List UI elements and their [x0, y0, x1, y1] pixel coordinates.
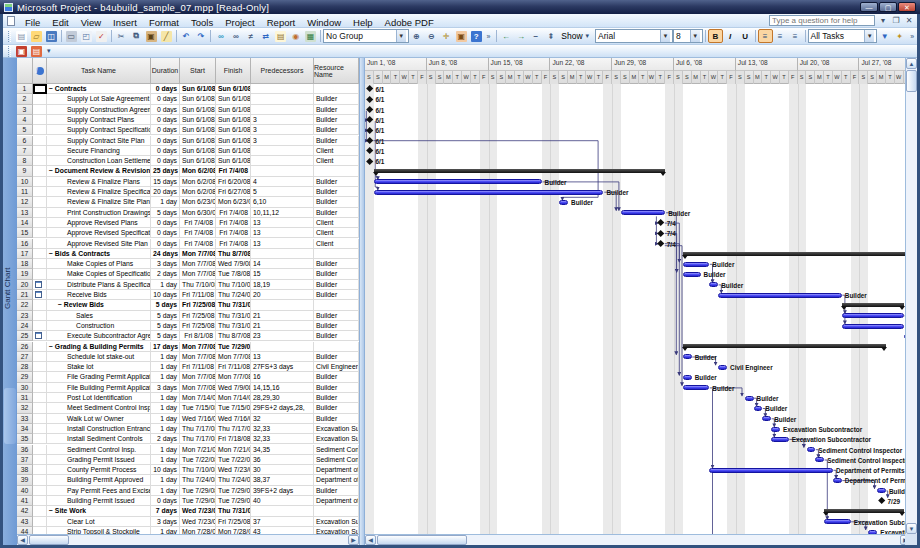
- cell-res[interactable]: Excavation Subcontractor: [314, 527, 359, 534]
- cell-start[interactable]: Mon 7/21/08: [180, 445, 216, 455]
- cell-name[interactable]: Print Construction Drawings: [47, 208, 151, 218]
- cell-info[interactable]: [33, 445, 47, 455]
- cell-start[interactable]: Tue 7/22/08: [180, 455, 216, 465]
- cell-num[interactable]: 30: [17, 383, 33, 393]
- timescale-day[interactable]: S: [612, 71, 621, 84]
- menu-help[interactable]: Help: [347, 16, 379, 29]
- cell-res[interactable]: Builder: [314, 331, 359, 341]
- toolbar-overflow-icon[interactable]: »: [484, 33, 494, 40]
- timescale-day[interactable]: S: [807, 71, 816, 84]
- cell-start[interactable]: Fri 7/4/08: [180, 218, 216, 228]
- cell-start[interactable]: Mon 7/7/08: [180, 342, 216, 352]
- table-scroll-thumb[interactable]: [29, 535, 69, 545]
- view-bar[interactable]: Gantt Chart: [3, 58, 17, 545]
- cell-start[interactable]: Mon 7/14/08: [180, 393, 216, 403]
- new-icon[interactable]: ▤: [14, 29, 29, 43]
- cell-res[interactable]: Sediment Control Inspector: [314, 445, 359, 455]
- copy-picture-icon[interactable]: ▣: [454, 29, 469, 43]
- cell-info[interactable]: [33, 393, 47, 403]
- table-scroll-left-icon[interactable]: ◀: [17, 535, 28, 545]
- cell-name[interactable]: Building Permit Approved: [47, 475, 151, 485]
- format-painter-icon[interactable]: ╱: [159, 29, 174, 43]
- toolbar-overflow-icon[interactable]: ▾: [44, 47, 54, 55]
- table-scroll-right-icon[interactable]: ▶: [348, 535, 359, 545]
- cell-res[interactable]: [314, 166, 359, 176]
- timescale-day[interactable]: S: [621, 71, 630, 84]
- cell-num[interactable]: 27: [17, 352, 33, 362]
- cell-num[interactable]: 18: [17, 259, 33, 269]
- save-icon[interactable]: ◫: [44, 29, 59, 43]
- cell-name[interactable]: Sediment Control Insp.: [47, 445, 151, 455]
- cell-dur[interactable]: 1 day: [151, 372, 180, 382]
- cell-num[interactable]: 38: [17, 465, 33, 475]
- cell-dur[interactable]: 7 days: [151, 506, 180, 516]
- cell-name[interactable]: Clear Lot: [47, 517, 151, 527]
- cell-info[interactable]: [33, 331, 47, 341]
- cell-num[interactable]: 16: [17, 239, 33, 249]
- cell-pred[interactable]: [251, 166, 314, 176]
- cell-name[interactable]: Review & Finalize Specifications: [47, 187, 151, 197]
- cell-finish[interactable]: Fri 7/4/08: [216, 208, 251, 218]
- cell-res[interactable]: Builder: [314, 94, 359, 104]
- cell-name[interactable]: File Building Permit Application: [47, 383, 151, 393]
- timescale-day[interactable]: S: [798, 71, 807, 84]
- cell-res[interactable]: Civil Engineer: [314, 362, 359, 372]
- cell-finish[interactable]: Mon 7/21/08: [216, 445, 251, 455]
- cell-dur[interactable]: 20 days: [151, 187, 180, 197]
- column-header-num[interactable]: [17, 58, 33, 84]
- timescale-day[interactable]: T: [409, 71, 418, 84]
- cell-info[interactable]: [33, 125, 47, 135]
- cell-finish[interactable]: Thu 7/10/08: [216, 280, 251, 290]
- timescale-day[interactable]: W: [462, 71, 471, 84]
- autofilter-icon[interactable]: ▼: [877, 29, 892, 43]
- cell-num[interactable]: 8: [17, 156, 33, 166]
- cell-res[interactable]: Builder: [314, 352, 359, 362]
- task-bar[interactable]: [683, 262, 709, 267]
- cell-pred[interactable]: [251, 249, 314, 259]
- timescale-day[interactable]: S: [374, 71, 383, 84]
- timescale-day[interactable]: S: [436, 71, 445, 84]
- cell-name[interactable]: Construction: [47, 321, 151, 331]
- menu-window[interactable]: Window: [301, 16, 347, 29]
- cell-name[interactable]: Supply Lot Sale Agreement: [47, 94, 151, 104]
- cell-name[interactable]: Supply Contract Plans: [47, 115, 151, 125]
- task-bar[interactable]: [824, 519, 850, 524]
- cell-res[interactable]: Builder: [314, 259, 359, 269]
- cell-pred[interactable]: 32,33: [251, 424, 314, 434]
- menu-insert[interactable]: Insert: [107, 16, 143, 29]
- cell-res[interactable]: Builder: [314, 321, 359, 331]
- cell-num[interactable]: 22: [17, 300, 33, 310]
- cell-finish[interactable]: Fri 6/27/08: [216, 187, 251, 197]
- timescale-day[interactable]: M: [506, 71, 515, 84]
- task-bar[interactable]: [842, 313, 904, 318]
- menu-format[interactable]: Format: [143, 16, 185, 29]
- summary-bar[interactable]: [374, 169, 665, 173]
- cell-dur[interactable]: 1 day: [151, 475, 180, 485]
- cell-pred[interactable]: [251, 342, 314, 352]
- cell-start[interactable]: Mon 7/7/08: [180, 383, 216, 393]
- cell-dur[interactable]: 10 days: [151, 465, 180, 475]
- timescale-day[interactable]: W: [586, 71, 595, 84]
- cell-finish[interactable]: Thu 8/7/08: [216, 331, 251, 341]
- cell-pred[interactable]: 23: [251, 331, 314, 341]
- timescale-day[interactable]: F: [789, 71, 798, 84]
- cell-dur[interactable]: 0 days: [151, 125, 180, 135]
- cell-finish[interactable]: Fri 7/25/08: [216, 517, 251, 527]
- cell-dur[interactable]: 5 days: [151, 208, 180, 218]
- cell-num[interactable]: 10: [17, 177, 33, 187]
- cell-pred[interactable]: [251, 105, 314, 115]
- cell-num[interactable]: 28: [17, 362, 33, 372]
- timescale-day[interactable]: T: [533, 71, 542, 84]
- timescale-day[interactable]: F: [665, 71, 674, 84]
- cell-num[interactable]: 3: [17, 105, 33, 115]
- summary-bar[interactable]: [842, 303, 904, 307]
- cell-dur[interactable]: 1 day: [151, 445, 180, 455]
- table-horizontal-scrollbar[interactable]: ◀ ▶: [17, 534, 359, 545]
- cell-res[interactable]: Client: [314, 146, 359, 156]
- timescale-day[interactable]: W: [400, 71, 409, 84]
- cell-name[interactable]: − Contracts: [47, 84, 151, 94]
- cell-finish[interactable]: Thu 7/31/08: [216, 321, 251, 331]
- zoom-out-icon[interactable]: ⊖: [424, 29, 439, 43]
- align-left-button[interactable]: ≡: [758, 29, 773, 43]
- menu-view[interactable]: View: [75, 16, 107, 29]
